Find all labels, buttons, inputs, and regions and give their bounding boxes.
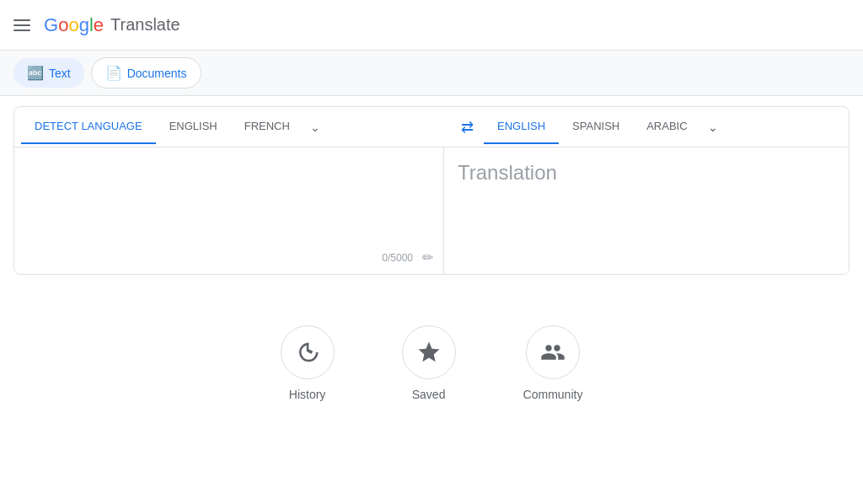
source-english-tab[interactable]: ENGLISH bbox=[156, 110, 231, 144]
saved-label: Saved bbox=[412, 388, 446, 401]
history-item[interactable]: History bbox=[281, 325, 335, 401]
header: Google Translate bbox=[0, 0, 863, 51]
language-tabs: DETECT LANGUAGE ENGLISH FRENCH ⌄ ⇄ ENGLI… bbox=[14, 107, 849, 147]
translation-panels: 0/5000 ✏ Translation bbox=[14, 147, 849, 274]
target-spanish-tab[interactable]: SPANISH bbox=[559, 110, 633, 144]
target-english-tab[interactable]: ENGLISH bbox=[484, 110, 559, 144]
history-icon bbox=[295, 340, 320, 365]
target-arabic-tab[interactable]: ARABIC bbox=[633, 110, 700, 144]
mode-tabs-row: 🔤 Text 📄 Documents bbox=[0, 51, 863, 96]
target-lang-tabs: ENGLISH SPANISH ARABIC ⌄ bbox=[484, 110, 842, 144]
logo-translate-text: Translate bbox=[110, 15, 180, 35]
documents-tab-icon: 📄 bbox=[105, 65, 122, 81]
community-item[interactable]: Community bbox=[523, 325, 583, 401]
edit-icon[interactable]: ✏ bbox=[422, 249, 433, 265]
menu-button[interactable] bbox=[13, 19, 30, 31]
main-area: DETECT LANGUAGE ENGLISH FRENCH ⌄ ⇄ ENGLI… bbox=[0, 96, 863, 275]
history-icon-circle bbox=[281, 325, 335, 379]
translation-output: Translation bbox=[458, 161, 557, 184]
logo-google-text: Google bbox=[44, 14, 104, 36]
documents-tab-label: Documents bbox=[127, 67, 187, 80]
char-count: 0/5000 bbox=[382, 252, 413, 264]
documents-tab-button[interactable]: 📄 Documents bbox=[91, 57, 201, 88]
history-label: History bbox=[289, 388, 326, 401]
source-panel: 0/5000 ✏ bbox=[14, 147, 444, 274]
saved-item[interactable]: Saved bbox=[402, 325, 456, 401]
community-icon bbox=[540, 340, 566, 365]
source-lang-tabs: DETECT LANGUAGE ENGLISH FRENCH ⌄ bbox=[21, 110, 451, 144]
swap-icon: ⇄ bbox=[461, 118, 474, 137]
detect-language-tab[interactable]: DETECT LANGUAGE bbox=[21, 110, 156, 144]
text-tab-icon: 🔤 bbox=[27, 65, 44, 81]
bottom-section: History Saved Community bbox=[0, 325, 863, 401]
source-lang-chevron[interactable]: ⌄ bbox=[303, 114, 327, 141]
text-tab-button[interactable]: 🔤 Text bbox=[13, 58, 84, 88]
text-tab-label: Text bbox=[49, 67, 71, 80]
community-label: Community bbox=[523, 388, 583, 401]
community-icon-circle bbox=[526, 325, 580, 379]
swap-languages-button[interactable]: ⇄ bbox=[451, 111, 484, 143]
star-icon bbox=[416, 340, 442, 365]
source-french-tab[interactable]: FRENCH bbox=[231, 110, 303, 144]
translation-card: DETECT LANGUAGE ENGLISH FRENCH ⌄ ⇄ ENGLI… bbox=[13, 106, 850, 275]
saved-icon-circle bbox=[402, 325, 456, 379]
source-text-input[interactable] bbox=[28, 161, 430, 245]
logo[interactable]: Google Translate bbox=[44, 14, 180, 36]
target-lang-chevron[interactable]: ⌄ bbox=[701, 114, 725, 141]
target-panel: Translation bbox=[444, 147, 849, 274]
